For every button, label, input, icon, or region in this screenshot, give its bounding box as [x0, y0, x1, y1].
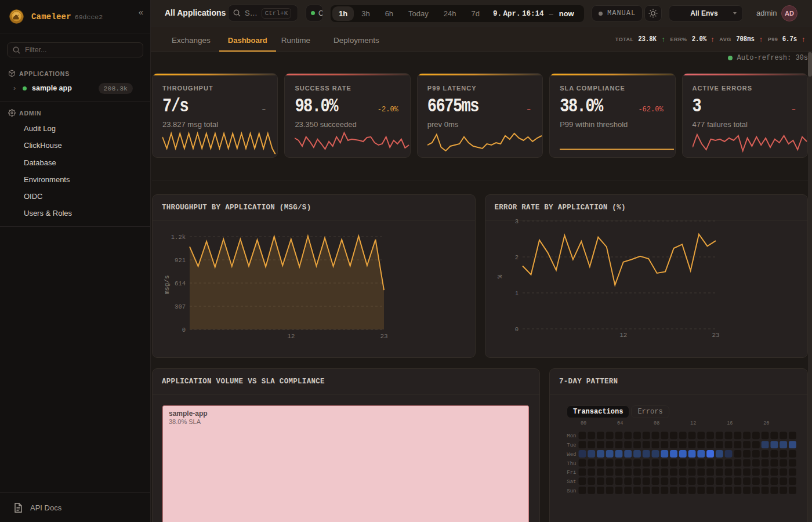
svg-text:Wed: Wed — [567, 452, 576, 458]
svg-text:Sat: Sat — [567, 479, 576, 485]
svg-text:12: 12 — [287, 333, 295, 340]
svg-text:%: % — [496, 274, 503, 278]
svg-text:3: 3 — [514, 218, 518, 225]
svg-text:msg/s: msg/s — [164, 275, 171, 294]
svg-text:Fri: Fri — [567, 470, 576, 476]
svg-text:00: 00 — [581, 420, 586, 426]
svg-text:20: 20 — [763, 420, 769, 426]
svg-text:04: 04 — [617, 420, 623, 426]
svg-text:08: 08 — [654, 420, 659, 426]
svg-text:Tue: Tue — [567, 443, 576, 448]
svg-text:1: 1 — [514, 290, 518, 297]
svg-text:307: 307 — [175, 303, 186, 310]
svg-text:Thu: Thu — [567, 461, 576, 467]
svg-text:1.2k: 1.2k — [171, 234, 186, 241]
svg-text:23: 23 — [712, 332, 719, 339]
svg-text:12: 12 — [690, 420, 696, 426]
svg-text:0: 0 — [182, 327, 186, 334]
svg-text:23: 23 — [380, 333, 387, 340]
svg-text:Sun: Sun — [567, 488, 576, 494]
svg-text:12: 12 — [619, 332, 627, 339]
svg-text:921: 921 — [175, 257, 186, 264]
svg-text:614: 614 — [175, 280, 186, 287]
svg-text:0: 0 — [514, 326, 518, 333]
svg-text:16: 16 — [727, 420, 733, 426]
svg-text:2: 2 — [514, 254, 518, 261]
svg-text:Mon: Mon — [567, 433, 576, 439]
